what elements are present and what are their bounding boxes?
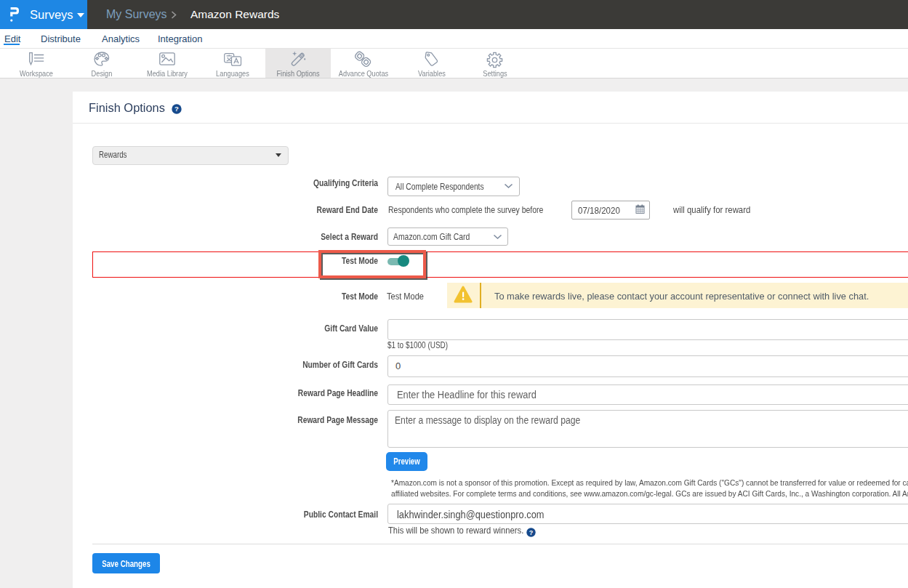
svg-text:?: ? <box>174 105 179 113</box>
svg-text:?: ? <box>529 529 534 536</box>
